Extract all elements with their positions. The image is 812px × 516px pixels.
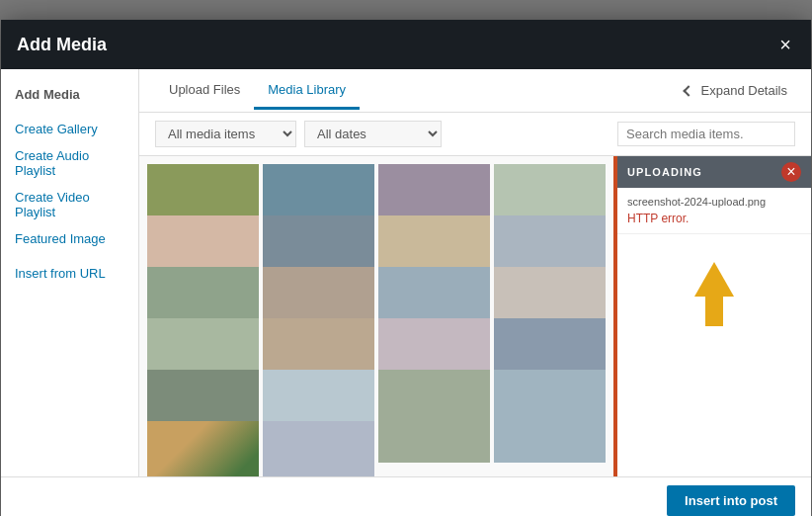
- media-thumb[interactable]: [378, 370, 490, 463]
- upload-header-label: UPLOADING: [627, 166, 702, 178]
- tabs-container: Upload Files Media Library: [155, 72, 360, 109]
- filter-type-select[interactable]: All media items Images Audio Video: [155, 121, 296, 147]
- sidebar-item-create-audio-playlist[interactable]: Create Audio Playlist: [1, 142, 138, 184]
- media-thumb[interactable]: [263, 421, 374, 476]
- upload-arrow-area: [617, 234, 811, 353]
- expand-details-button[interactable]: Expand Details: [677, 79, 795, 102]
- modal-overlay: Add Media × Add Media Create Gallery Cre…: [0, 0, 812, 516]
- main-content: Upload Files Media Library Expand Detail…: [139, 69, 811, 476]
- arrow-shaft: [705, 297, 723, 326]
- dismiss-upload-button[interactable]: ×: [781, 162, 801, 182]
- insert-into-post-button[interactable]: Insert into post: [667, 485, 795, 516]
- modal-footer: Insert into post: [1, 476, 811, 516]
- tabs-row: Upload Files Media Library Expand Detail…: [139, 69, 811, 113]
- sidebar-title: Add Media: [1, 81, 138, 108]
- arrow-triangle: [694, 262, 734, 297]
- upload-arrow-icon: [694, 262, 734, 326]
- sidebar-item-create-gallery[interactable]: Create Gallery: [1, 116, 138, 142]
- upload-panel: UPLOADING × screenshot-2024-upload.png H…: [613, 156, 811, 476]
- sidebar: Add Media Create Gallery Create Audio Pl…: [1, 69, 139, 476]
- sidebar-item-insert-from-url[interactable]: Insert from URL: [1, 260, 138, 287]
- sidebar-item-create-video-playlist[interactable]: Create Video Playlist: [1, 184, 138, 225]
- upload-error: HTTP error.: [627, 212, 801, 225]
- close-button[interactable]: ×: [775, 31, 795, 58]
- chevron-left-icon: [683, 85, 693, 96]
- upload-filename: screenshot-2024-upload.png: [627, 196, 785, 208]
- upload-header: UPLOADING ×: [617, 156, 811, 188]
- toolbar: All media items Images Audio Video All d…: [139, 113, 811, 156]
- modal-body: Add Media Create Gallery Create Audio Pl…: [1, 69, 811, 476]
- modal-title: Add Media: [17, 35, 107, 55]
- add-media-modal: Add Media × Add Media Create Gallery Cre…: [1, 20, 811, 516]
- media-thumb[interactable]: [147, 421, 259, 476]
- sidebar-item-featured-image[interactable]: Featured Image: [1, 225, 138, 252]
- expand-details-label: Expand Details: [701, 83, 787, 98]
- media-grid: [139, 156, 613, 476]
- search-input[interactable]: [617, 122, 795, 146]
- content-area: UPLOADING × screenshot-2024-upload.png H…: [139, 156, 811, 476]
- tab-media-library[interactable]: Media Library: [254, 72, 360, 110]
- tab-upload-files[interactable]: Upload Files: [155, 72, 254, 110]
- media-thumb[interactable]: [494, 370, 606, 463]
- upload-item: screenshot-2024-upload.png HTTP error.: [617, 188, 811, 234]
- modal-header: Add Media ×: [1, 20, 811, 69]
- filter-date-select[interactable]: All dates January 2024 February 2024: [304, 121, 442, 147]
